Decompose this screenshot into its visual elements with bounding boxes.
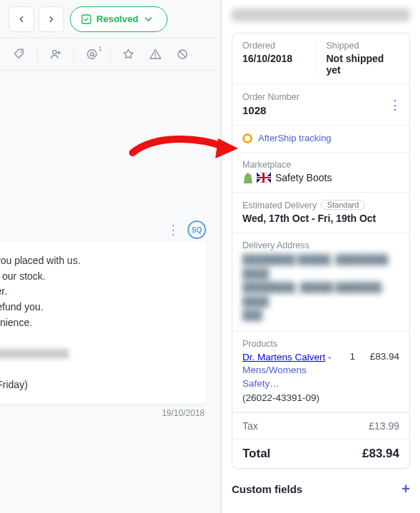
msg-line: lfil your order. bbox=[0, 284, 195, 300]
aftership-icon bbox=[242, 133, 252, 143]
tax-value: £13.99 bbox=[369, 420, 399, 432]
conversation-body: ⋮ SQ o an order you placed with us. n is… bbox=[0, 71, 220, 513]
eta-value: Wed, 17th Oct - Fri, 19th Oct bbox=[242, 213, 399, 224]
order-sidebar: Ordered 16/10/2018 Shipped Not shipped y… bbox=[221, 0, 420, 513]
svg-point-1 bbox=[21, 51, 22, 53]
total-value: £83.94 bbox=[362, 447, 399, 461]
chevron-left-icon bbox=[16, 14, 26, 24]
svg-point-3 bbox=[91, 53, 94, 56]
mention-badge: 1 bbox=[98, 45, 102, 52]
person-plus-icon bbox=[49, 48, 62, 61]
outbound-message-bubble: o an order you placed with us. n issue w… bbox=[0, 242, 206, 404]
chevron-down-icon bbox=[143, 14, 154, 25]
msg-line: n issue with our stock. bbox=[0, 269, 195, 285]
ordered-value: 16/10/2018 bbox=[242, 53, 316, 64]
mention-button[interactable]: 1 bbox=[80, 42, 104, 66]
conversation-pane: Resolved 1 bbox=[0, 0, 221, 513]
msg-line: o an order you placed with us. bbox=[0, 253, 195, 269]
products-label: Products bbox=[242, 339, 399, 349]
star-button[interactable] bbox=[116, 42, 140, 66]
at-icon bbox=[86, 48, 98, 61]
tag-icon bbox=[13, 48, 26, 61]
product-price: £83.94 bbox=[361, 351, 399, 362]
redacted-text bbox=[0, 349, 69, 359]
marketplace-value: Safety Boots bbox=[275, 172, 332, 183]
block-button[interactable] bbox=[170, 42, 195, 66]
aftership-tracking-link[interactable]: AfterShip tracking bbox=[242, 133, 399, 143]
order-card: Ordered 16/10/2018 Shipped Not shipped y… bbox=[232, 33, 410, 469]
svg-point-2 bbox=[53, 50, 56, 54]
product-name-rest: Mens/Womens Safety… bbox=[242, 365, 307, 389]
custom-fields-heading: Custom fields bbox=[232, 483, 302, 495]
svg-point-4 bbox=[155, 56, 156, 58]
alert-button[interactable] bbox=[143, 42, 168, 66]
tag-button[interactable] bbox=[7, 42, 31, 66]
shipping-tier-badge: Standard bbox=[321, 200, 366, 210]
resolved-label: Resolved bbox=[96, 14, 138, 24]
order-number-value: 1028 bbox=[242, 104, 399, 116]
message-menu-button[interactable]: ⋮ bbox=[167, 222, 180, 238]
shipped-value: Not shipped yet bbox=[327, 53, 400, 76]
nav-next-button[interactable] bbox=[39, 6, 64, 32]
marketplace-label: Marketplace bbox=[242, 160, 399, 170]
product-qty: 1 bbox=[345, 351, 355, 362]
product-link[interactable]: Dr. Martens Calvert bbox=[242, 352, 325, 362]
total-label: Total bbox=[242, 447, 270, 461]
msg-hours: Monday to Friday) bbox=[0, 377, 195, 393]
delivery-address-redacted: ████████ █████, ████████ ████, ████████,… bbox=[242, 253, 399, 322]
msg-line: this inconvenience. bbox=[0, 315, 195, 331]
eta-label: Estimated Delivery Standard bbox=[242, 200, 399, 210]
message-timestamp: 19/10/2018 bbox=[0, 408, 206, 418]
nav-prev-button[interactable] bbox=[9, 6, 34, 32]
resolved-status-button[interactable]: Resolved bbox=[70, 6, 168, 32]
order-number-label: Order Number bbox=[242, 92, 399, 102]
product-sku: (26022-43391-09) bbox=[242, 392, 399, 403]
delivery-address-label: Delivery Address bbox=[242, 240, 399, 250]
conversation-iconbar: 1 bbox=[0, 38, 220, 71]
shipped-label: Shipped bbox=[327, 41, 400, 51]
uk-flag-icon bbox=[257, 173, 271, 183]
prohibit-icon bbox=[176, 48, 189, 61]
star-icon bbox=[122, 48, 135, 61]
add-custom-field-button[interactable]: + bbox=[401, 482, 410, 496]
aftership-label: AfterShip tracking bbox=[258, 133, 332, 143]
ordered-label: Ordered bbox=[242, 41, 316, 51]
tax-label: Tax bbox=[242, 420, 258, 432]
conversation-toolbar: Resolved bbox=[0, 0, 220, 38]
alert-triangle-icon bbox=[149, 48, 162, 61]
chevron-right-icon bbox=[46, 14, 56, 24]
check-square-icon bbox=[81, 14, 92, 25]
svg-rect-0 bbox=[82, 15, 91, 24]
agent-avatar-badge: SQ bbox=[188, 220, 206, 239]
msg-line: r and fully refund you. bbox=[0, 300, 195, 315]
assign-button[interactable] bbox=[43, 42, 68, 66]
order-actions-button[interactable]: ⋮ bbox=[389, 97, 402, 113]
shopify-icon bbox=[242, 172, 252, 183]
customer-email-redacted bbox=[232, 9, 410, 21]
